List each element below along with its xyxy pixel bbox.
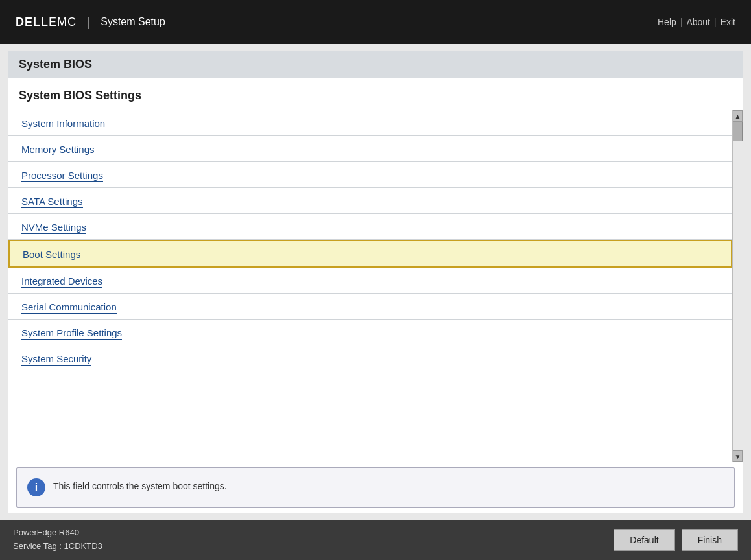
scrollbar-track[interactable]: ▲ ▼ [732,110,743,462]
topbar-right: Help | About | Exit [658,17,735,27]
scrollbar-down-button[interactable]: ▼ [733,450,743,462]
device-info: PowerEdge R640 Service Tag : 1CDKTD3 [13,526,102,554]
menu-item-nvme-settings[interactable]: NVMe Settings [8,214,732,240]
menu-item-boot-settings[interactable]: Boot Settings [8,240,732,268]
help-link[interactable]: Help [658,17,676,27]
exit-link[interactable]: Exit [721,17,735,27]
dell-logo: DELLEMC [16,16,77,29]
bios-panel: System BIOS System BIOS Settings System … [8,51,743,513]
bios-settings-title: System BIOS Settings [8,89,743,110]
scrollbar-up-button[interactable]: ▲ [733,110,743,122]
topbar-left: DELLEMC | System Setup [16,15,165,30]
menu-item-processor-settings[interactable]: Processor Settings [8,162,732,188]
device-model: PowerEdge R640 [13,526,102,540]
default-button[interactable]: Default [614,529,674,551]
bottombar: PowerEdge R640 Service Tag : 1CDKTD3 Def… [0,520,751,560]
main-wrapper: System BIOS System BIOS Settings System … [0,44,751,520]
topbar: DELLEMC | System Setup Help | About | Ex… [0,0,751,44]
settings-list[interactable]: System InformationMemory SettingsProcess… [8,110,732,462]
bios-panel-body: System BIOS Settings System InformationM… [8,78,743,513]
info-text: This field controls the system boot sett… [53,478,227,491]
menu-item-system-security[interactable]: System Security [8,345,732,371]
bios-panel-title: System BIOS [19,58,732,71]
bios-panel-header: System BIOS [8,51,743,78]
menu-item-memory-settings[interactable]: Memory Settings [8,136,732,162]
menu-item-serial-communication[interactable]: Serial Communication [8,294,732,320]
bottom-buttons: Default Finish [614,529,738,551]
menu-item-system-information[interactable]: System Information [8,110,732,136]
menu-item-sata-settings[interactable]: SATA Settings [8,188,732,214]
info-box: i This field controls the system boot se… [16,467,735,508]
info-icon: i [27,478,45,496]
menu-item-integrated-devices[interactable]: Integrated Devices [8,268,732,294]
topbar-divider: | [87,15,90,30]
about-link[interactable]: About [686,17,710,27]
menu-item-system-profile-settings[interactable]: System Profile Settings [8,320,732,345]
scrollbar-thumb-area [733,122,743,450]
finish-button[interactable]: Finish [682,529,738,551]
service-tag: Service Tag : 1CDKTD3 [13,540,102,554]
settings-list-container: System InformationMemory SettingsProcess… [8,110,743,462]
system-setup-title: System Setup [101,16,165,28]
scrollbar-thumb[interactable] [733,122,743,141]
